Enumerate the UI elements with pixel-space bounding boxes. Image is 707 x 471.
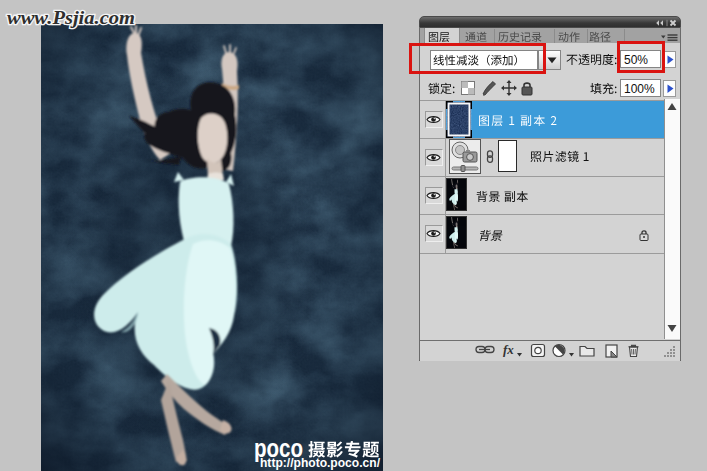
svg-text:fx: fx bbox=[503, 342, 514, 357]
svg-text:http://photo.poco.cn/: http://photo.poco.cn/ bbox=[260, 456, 381, 470]
svg-text:www.Psjia.com: www.Psjia.com bbox=[7, 8, 135, 28]
